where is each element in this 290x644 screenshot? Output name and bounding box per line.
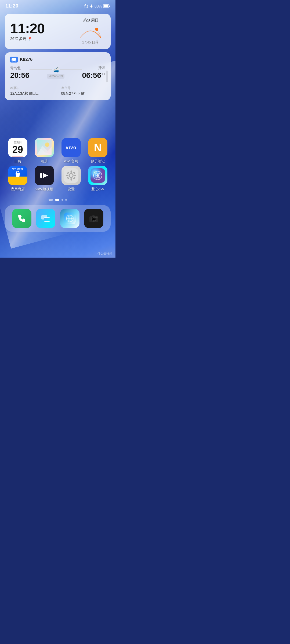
weather-time: 11:20 [10,21,45,35]
svg-point-17 [70,174,73,177]
vivo-video-label: vivo 短视频 [35,187,53,192]
vivo-video-icon[interactable] [35,166,54,185]
page-dots [0,199,115,201]
gate-label: 检票口 [10,86,55,90]
svg-rect-18 [70,170,72,173]
bluecore-svg [90,168,105,183]
train-gate: 检票口 12A,13A检票口,… [10,86,58,96]
vivo-official-icon[interactable]: vivo [61,138,81,157]
vivo-text: vivo [66,145,77,151]
scroll-indicator [106,71,108,82]
camera-svg [88,213,100,224]
train-details: 检票口 12A,13A检票口,… 座位号 08车27号下铺 [10,83,105,96]
weather-left: 11:20 26℃ 多云 📍 [10,21,45,41]
dock-item-browser[interactable] [58,209,81,228]
settings-icon[interactable] [61,166,81,185]
battery-percent: 88% [95,4,102,8]
appstore-label: 应用商店 [11,187,25,192]
dock-item-phone[interactable] [10,209,33,228]
page-dot-0[interactable] [49,199,53,201]
status-bar: 11:20 88% [0,0,115,11]
weather-date: 9/29 周日 [82,18,98,23]
dock-item-camera[interactable] [82,209,106,228]
app-grid: 星期日 29 日历 [0,133,115,192]
dock [5,205,111,232]
calendar-icon[interactable]: 星期日 29 [8,138,27,157]
svg-point-30 [96,174,99,177]
app-item-notes[interactable]: N 原子笔记 [85,138,111,164]
svg-rect-20 [66,175,68,176]
page-dot-1[interactable] [55,199,59,201]
page-dot-2[interactable] [61,199,63,201]
svg-rect-46 [92,215,95,217]
svg-point-44 [92,218,93,219]
notes-n: N [94,142,102,154]
notes-icon[interactable]: N [88,138,107,157]
browser-icon[interactable] [60,209,79,228]
settings-label: 设置 [68,187,75,192]
app-item-appstore[interactable]: APP STORE 应用商店 [5,166,31,192]
bluecore-icon[interactable] [88,166,107,185]
vivo-video-svg [38,169,50,182]
seat-label: 座位号 [61,86,106,90]
svg-point-6 [12,60,13,61]
photos-svg [37,140,52,155]
svg-rect-34 [44,218,50,221]
gate-value: 12A,13A检票口,… [10,91,55,96]
app-item-photos[interactable]: 相册 [32,138,57,164]
svg-point-45 [94,218,95,219]
dock-item-screen[interactable] [34,209,57,228]
app-item-vivo-official[interactable]: vivo vivo 官网 [58,138,84,164]
train-widget[interactable]: K8276 青岛北 20:56 🚄 2024/9/29 菏泽 06:56+1 [5,52,111,100]
svg-rect-21 [74,175,76,176]
weather-sunset: 17:45 日落 [82,40,99,45]
appstore-icon[interactable]: APP STORE [8,166,27,185]
calendar-label: 日历 [14,159,21,164]
status-icons: 88% [84,4,110,8]
weather-info: 26℃ 多云 📍 [10,36,45,41]
weather-right: 9/29 周日 17:45 日落 [76,18,105,45]
status-right: 88% [84,4,110,8]
photos-icon[interactable] [35,138,54,157]
phone-icon[interactable] [12,209,31,228]
svg-point-11 [45,142,49,147]
arrival-city: 菏泽 [82,66,105,71]
photos-label: 相册 [41,159,48,164]
weather-widget[interactable]: 11:20 26℃ 多云 📍 9/29 周日 [5,14,111,49]
battery-icon [103,4,110,8]
screen-icon[interactable] [36,209,55,228]
airplane-icon [89,4,93,8]
app-item-vivo-video[interactable]: vivo 短视频 [32,166,57,192]
train-seat: 座位号 08车27号下铺 [61,86,106,96]
weather-location-icon: 📍 [27,37,32,41]
train-route: 青岛北 20:56 🚄 2024/9/29 菏泽 06:56+1 [10,66,105,80]
appstore-bag-icon [13,170,22,179]
svg-rect-1 [104,5,108,7]
train-arrival: 菏泽 06:56+1 [82,66,105,80]
train-flag-icon: 🚄 [53,67,59,73]
svg-rect-2 [109,5,110,7]
departure-city: 青岛北 [10,66,30,71]
departure-time: 20:56 [10,71,30,80]
svg-rect-5 [12,58,16,59]
train-line: 🚄 [30,67,82,73]
settings-svg [64,168,78,183]
app-item-calendar[interactable]: 星期日 29 日历 [5,138,31,164]
app-item-bluecore[interactable]: 蓝心小V [85,166,111,192]
train-middle: 🚄 2024/9/29 [30,67,82,79]
svg-point-7 [15,60,16,61]
seat-value: 08车27号下铺 [61,91,106,96]
svg-point-47 [96,217,98,218]
cal-line [12,156,23,156]
cal-date-num: 29 [12,145,23,155]
sun-arc [76,23,105,39]
svg-rect-13 [40,173,42,178]
train-header: K8276 [10,57,105,63]
train-departure: 青岛北 20:56 [10,66,30,80]
page-dot-3[interactable] [65,199,67,201]
widgets-area: 11:20 26℃ 多云 📍 9/29 周日 [0,11,115,100]
app-item-settings[interactable]: 设置 [58,166,84,192]
camera-icon[interactable] [84,209,103,228]
bluecore-label: 蓝心小V [91,187,104,192]
train-date: 2024/9/29 [47,74,64,79]
